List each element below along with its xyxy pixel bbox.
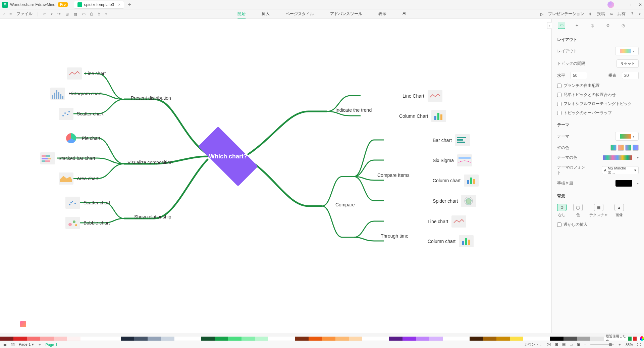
maximize-icon[interactable]: □ [631,2,633,7]
bg-texture-option[interactable]: ▦テクスチャ [589,204,608,217]
page-tab[interactable]: Page-1 [46,343,57,347]
presentation-label[interactable]: プレゼンテーション [548,11,584,17]
leaf-six-sigma[interactable]: Six Sigma [433,154,472,166]
horiz-input[interactable]: 50 [571,72,587,79]
branch-show-relationship[interactable]: Show relationship [134,214,171,219]
leaf-column-chart-3[interactable]: Column chart [428,235,474,247]
leaf-bar-chart[interactable]: Bar chart [433,134,470,146]
tab-style-icon[interactable]: ✦ [573,22,581,29]
leaf-area-chart[interactable]: Area chart [59,172,99,185]
sibling-align-checkbox[interactable]: 兄弟トピックとの位置合わせ [552,90,644,99]
menu-icon[interactable]: ≡ [9,12,12,16]
leaf-line-chart-3[interactable]: Line chart [428,215,466,228]
branch-through-time[interactable]: Through time [381,233,408,239]
menu-pagestyle[interactable]: ページスタイル [286,11,314,18]
center-topic[interactable]: Which chart? [188,136,268,177]
vert-input[interactable]: 20 [622,72,639,79]
ruler-icon[interactable]: ▭ [570,342,573,347]
free-branch-checkbox[interactable]: ブランチの自由配置 [552,81,644,90]
leaf-column-chart-2[interactable]: Column chart [433,175,479,187]
grid-icon[interactable]: ⊞ [555,342,558,347]
undo-dropdown-icon[interactable]: ▾ [51,12,53,16]
tab-layout-icon[interactable]: ▭ [558,22,565,29]
fullscreen-icon[interactable]: ⛶ [637,343,641,347]
undo-icon[interactable]: ↶ [43,12,46,16]
leaf-spider-chart[interactable]: Spider chart [433,195,476,207]
bg-color-option[interactable]: ◯色 [573,204,583,217]
menu-insert[interactable]: 挿入 [262,11,270,18]
leaf-stacked-bar[interactable]: Stacked bar chart [40,152,95,164]
theme-picker[interactable]: ▾ [615,132,639,141]
close-tab-icon[interactable]: × [118,2,120,7]
minimize-icon[interactable]: — [622,2,626,7]
new-doc-icon[interactable]: ⊞ [65,12,69,16]
leaf-scatter-chart[interactable]: Scatter chart [59,108,103,120]
add-page-icon[interactable]: ＋ [38,342,42,347]
new-tab-button[interactable]: ＋ [127,1,132,8]
layers-icon[interactable]: ▤ [562,342,566,347]
leaf-column-chart-r[interactable]: Column Chart [399,110,446,122]
branch-compare[interactable]: Compare [335,202,355,207]
rainbow-swatches[interactable] [610,145,639,151]
page-selector[interactable]: Page-1 ▾ [19,342,34,347]
leaf-line-chart[interactable]: Line chart [67,67,106,80]
leaf-histogram-chart[interactable]: Histogram chart [50,88,102,100]
reset-button[interactable]: リセット [616,59,639,68]
menu-advanced[interactable]: アドバンスツール [330,11,362,18]
leaf-bubble-chart[interactable]: Bubble chart [65,217,110,229]
menu-start[interactable]: 開始 [237,11,246,18]
branch-visualize-composition[interactable]: Visualize composition [127,160,172,165]
column-chart-icon-2 [464,175,479,187]
export-dropdown-icon[interactable]: ▾ [105,12,107,16]
leaf-scatter-chart-2[interactable]: Scatter chart [65,197,110,209]
user-avatar[interactable] [607,1,614,8]
theme-color-picker[interactable] [603,155,632,160]
watermark-checkbox[interactable]: 透かしの挿入 [552,220,644,229]
post-label[interactable]: 投稿 [597,11,605,17]
file-menu[interactable]: ファイル [16,11,33,17]
close-window-icon[interactable]: ✕ [639,2,642,7]
back-icon[interactable]: ‹ [3,12,5,16]
help-dropdown-icon[interactable]: ▾ [639,12,641,16]
split-view-icon[interactable]: ▯▯ [11,342,15,347]
zoom-out-icon[interactable]: − [584,343,586,347]
folder-icon[interactable]: ▭ [82,12,86,16]
layout-picker[interactable]: ▾ [615,47,639,55]
bg-image-option[interactable]: ▲画像 [614,204,624,217]
overlap-checkbox[interactable]: トピックのオーバーラップ [552,108,644,117]
hand-drawn-picker[interactable] [615,180,632,187]
svg-rect-21 [457,137,466,138]
tab-time-icon[interactable]: ◷ [620,22,627,29]
menu-view[interactable]: 表示 [378,11,386,18]
bg-none-option[interactable]: ⊘なし [557,204,567,217]
tab-settings-icon[interactable]: ⚙ [604,22,611,29]
presentation-icon[interactable]: ▷ [540,12,543,16]
branch-compare-items[interactable]: Compare Items [377,172,410,178]
post-icon[interactable]: ✈ [589,12,592,16]
tab-marker-icon[interactable]: ◎ [589,22,596,29]
save-icon[interactable]: ▤ [73,12,77,16]
theme-font-picker[interactable]: AMS Mincho (B…▾ [602,166,639,174]
help-icon[interactable]: ？ [630,11,634,17]
collapse-panel-icon[interactable]: › [547,22,552,29]
export-icon[interactable]: ⇪ [97,12,101,16]
menu-ai[interactable]: AI [402,11,406,18]
branch-indicate-trend[interactable]: Indicate the trend [335,107,372,113]
outline-view-icon[interactable]: ☰ [3,342,7,347]
color-palette-bar[interactable]: 最近使用した色 [0,337,644,341]
flex-float-checkbox[interactable]: フレキシブルフローティングトピック [552,99,644,108]
column-chart-icon [431,110,446,122]
document-tab[interactable]: spider-template3 × [74,1,124,9]
share-label[interactable]: 共有 [618,11,626,17]
leaf-pie-chart[interactable]: Pie chart [64,132,100,144]
leaf-line-chart-r[interactable]: Line Chart [402,90,442,102]
fit-icon[interactable]: ▣ [577,342,580,347]
redo-icon[interactable]: ↷ [57,12,61,16]
print-icon[interactable]: ⎙ [90,12,93,16]
share-icon[interactable]: ∞ [610,12,613,16]
color-wheel-icon[interactable] [640,336,644,341]
zoom-in-icon[interactable]: ＋ [618,342,622,347]
branch-present-distribution[interactable]: Present distribution [131,95,171,101]
canvas[interactable]: Which chart? Present distribution Visual… [0,19,551,333]
zoom-slider[interactable] [590,344,614,345]
